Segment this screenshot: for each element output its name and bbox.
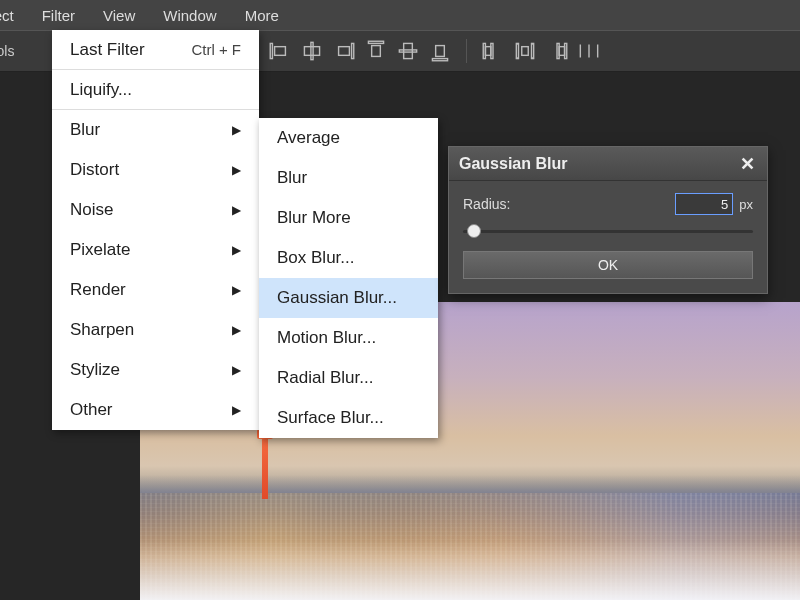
menu-liquify[interactable]: Liquify... xyxy=(52,70,259,110)
menu-last-filter[interactable]: Last Filter Ctrl + F xyxy=(52,30,259,70)
menu-blur-label: Blur xyxy=(70,120,100,140)
align-top-icon[interactable] xyxy=(363,38,389,64)
svg-rect-15 xyxy=(517,43,519,58)
submenu-label: Average xyxy=(277,128,340,148)
menu-view[interactable]: View xyxy=(89,0,149,30)
gaussian-blur-dialog: Gaussian Blur ✕ Radius: px OK xyxy=(448,146,768,294)
radius-field: Radius: px xyxy=(463,193,753,215)
submenu-label: Motion Blur... xyxy=(277,328,376,348)
menu-pixelate[interactable]: Pixelate ▶ xyxy=(52,230,259,270)
svg-rect-3 xyxy=(305,47,320,56)
menu-last-filter-shortcut: Ctrl + F xyxy=(191,41,241,58)
slider-thumb[interactable] xyxy=(467,224,481,238)
submenu-label: Radial Blur... xyxy=(277,368,373,388)
distribute-left-icon[interactable] xyxy=(480,38,506,64)
chevron-right-icon: ▶ xyxy=(232,243,241,257)
align-center-h-icon[interactable] xyxy=(299,38,325,64)
menu-sharpen-label: Sharpen xyxy=(70,320,134,340)
submenu-label: Blur xyxy=(277,168,307,188)
submenu-blur-more[interactable]: Blur More xyxy=(259,198,438,238)
chevron-right-icon: ▶ xyxy=(232,123,241,137)
submenu-label: Blur More xyxy=(277,208,351,228)
submenu-average[interactable]: Average xyxy=(259,118,438,158)
photo-snow xyxy=(140,540,800,600)
menu-stylize[interactable]: Stylize ▶ xyxy=(52,350,259,390)
svg-rect-14 xyxy=(486,47,491,56)
menubar: elect Filter View Window More xyxy=(0,0,800,30)
submenu-blur[interactable]: Blur xyxy=(259,158,438,198)
menu-last-filter-label: Last Filter xyxy=(70,40,145,60)
toolbar-icons xyxy=(264,38,605,64)
menu-other-label: Other xyxy=(70,400,113,420)
menu-filter[interactable]: Filter xyxy=(28,0,89,30)
svg-rect-20 xyxy=(560,47,565,56)
submenu-surface-blur[interactable]: Surface Blur... xyxy=(259,398,438,438)
radius-label: Radius: xyxy=(463,196,675,212)
submenu-radial-blur[interactable]: Radial Blur... xyxy=(259,358,438,398)
radius-unit: px xyxy=(739,197,753,212)
submenu-label: Surface Blur... xyxy=(277,408,384,428)
ok-button[interactable]: OK xyxy=(463,251,753,279)
blur-submenu: Average Blur Blur More Box Blur... Gauss… xyxy=(259,118,438,438)
svg-rect-16 xyxy=(532,43,534,58)
submenu-label: Box Blur... xyxy=(277,248,354,268)
toolbar-separator xyxy=(466,39,467,63)
distribute-center-icon[interactable] xyxy=(512,38,538,64)
menu-sharpen[interactable]: Sharpen ▶ xyxy=(52,310,259,350)
dialog-title: Gaussian Blur xyxy=(459,155,567,173)
toolbar-label: trols xyxy=(0,43,34,59)
menu-distort[interactable]: Distort ▶ xyxy=(52,150,259,190)
menu-noise[interactable]: Noise ▶ xyxy=(52,190,259,230)
submenu-gaussian-blur[interactable]: Gaussian Blur... xyxy=(259,278,438,318)
distribute-spacing-icon[interactable] xyxy=(576,38,602,64)
svg-rect-9 xyxy=(404,43,413,58)
align-bottom-icon[interactable] xyxy=(427,38,453,64)
chevron-right-icon: ▶ xyxy=(232,283,241,297)
menu-distort-label: Distort xyxy=(70,160,119,180)
align-middle-v-icon[interactable] xyxy=(395,38,421,64)
svg-rect-2 xyxy=(311,42,313,59)
dialog-body: Radius: px OK xyxy=(449,181,767,293)
submenu-label: Gaussian Blur... xyxy=(277,288,397,308)
chevron-right-icon: ▶ xyxy=(232,203,241,217)
menu-liquify-label: Liquify... xyxy=(70,80,132,100)
chevron-right-icon: ▶ xyxy=(232,323,241,337)
menu-select[interactable]: elect xyxy=(0,0,28,30)
radius-input[interactable] xyxy=(675,193,733,215)
svg-rect-10 xyxy=(433,59,448,61)
svg-rect-0 xyxy=(271,43,273,58)
svg-rect-5 xyxy=(339,47,350,56)
close-icon[interactable]: ✕ xyxy=(737,154,757,174)
menu-more[interactable]: More xyxy=(231,0,293,30)
submenu-box-blur[interactable]: Box Blur... xyxy=(259,238,438,278)
align-left-icon[interactable] xyxy=(267,38,293,64)
menu-render-label: Render xyxy=(70,280,126,300)
dialog-titlebar[interactable]: Gaussian Blur ✕ xyxy=(449,147,767,181)
submenu-motion-blur[interactable]: Motion Blur... xyxy=(259,318,438,358)
svg-rect-1 xyxy=(275,47,286,56)
svg-rect-17 xyxy=(522,47,529,56)
svg-rect-7 xyxy=(372,46,381,57)
menu-blur[interactable]: Blur ▶ xyxy=(52,110,259,150)
menu-window[interactable]: Window xyxy=(149,0,230,30)
menu-other[interactable]: Other ▶ xyxy=(52,390,259,430)
svg-rect-8 xyxy=(400,50,417,52)
chevron-right-icon: ▶ xyxy=(232,163,241,177)
radius-slider[interactable] xyxy=(463,221,753,241)
align-right-icon[interactable] xyxy=(331,38,357,64)
slider-track xyxy=(463,230,753,233)
menu-pixelate-label: Pixelate xyxy=(70,240,130,260)
svg-rect-6 xyxy=(369,41,384,43)
menu-noise-label: Noise xyxy=(70,200,113,220)
menu-render[interactable]: Render ▶ xyxy=(52,270,259,310)
menu-stylize-label: Stylize xyxy=(70,360,120,380)
distribute-right-icon[interactable] xyxy=(544,38,570,64)
svg-rect-4 xyxy=(352,43,354,58)
filter-menu: Last Filter Ctrl + F Liquify... Blur ▶ D… xyxy=(52,30,259,430)
svg-rect-11 xyxy=(436,46,445,57)
chevron-right-icon: ▶ xyxy=(232,363,241,377)
chevron-right-icon: ▶ xyxy=(232,403,241,417)
